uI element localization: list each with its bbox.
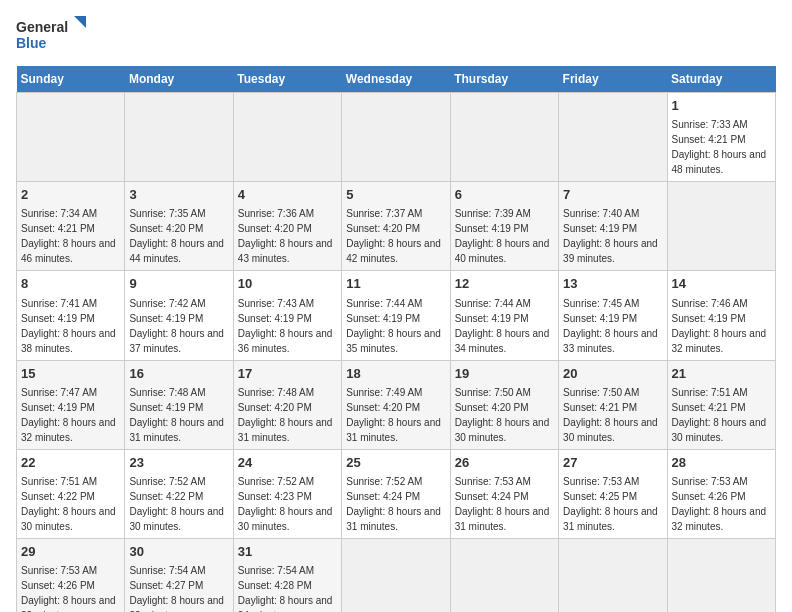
day-info: Sunrise: 7:52 AM Sunset: 4:22 PM Dayligh… (129, 476, 224, 532)
calendar-week-3: 8 Sunrise: 7:41 AM Sunset: 4:19 PM Dayli… (17, 271, 776, 360)
empty-cell (17, 93, 125, 182)
day-info: Sunrise: 7:51 AM Sunset: 4:21 PM Dayligh… (672, 387, 767, 443)
day-info: Sunrise: 7:40 AM Sunset: 4:19 PM Dayligh… (563, 208, 658, 264)
day-header-wednesday: Wednesday (342, 66, 450, 93)
day-cell-14: 14 Sunrise: 7:46 AM Sunset: 4:19 PM Dayl… (667, 271, 775, 360)
day-cell-26: 26 Sunrise: 7:53 AM Sunset: 4:24 PM Dayl… (450, 449, 558, 538)
day-info: Sunrise: 7:48 AM Sunset: 4:19 PM Dayligh… (129, 387, 224, 443)
day-info: Sunrise: 7:52 AM Sunset: 4:23 PM Dayligh… (238, 476, 333, 532)
empty-cell (342, 538, 450, 612)
day-info: Sunrise: 7:52 AM Sunset: 4:24 PM Dayligh… (346, 476, 441, 532)
day-cell-31: 31 Sunrise: 7:54 AM Sunset: 4:28 PM Dayl… (233, 538, 341, 612)
day-number: 4 (238, 186, 337, 204)
day-number: 15 (21, 365, 120, 383)
day-header-thursday: Thursday (450, 66, 558, 93)
day-cell-8: 8 Sunrise: 7:41 AM Sunset: 4:19 PM Dayli… (17, 271, 125, 360)
day-cell-22: 22 Sunrise: 7:51 AM Sunset: 4:22 PM Dayl… (17, 449, 125, 538)
day-number: 20 (563, 365, 662, 383)
day-number: 30 (129, 543, 228, 561)
logo: General Blue (16, 16, 86, 56)
day-number: 2 (21, 186, 120, 204)
empty-cell (667, 182, 775, 271)
day-info: Sunrise: 7:33 AM Sunset: 4:21 PM Dayligh… (672, 119, 767, 175)
day-info: Sunrise: 7:53 AM Sunset: 4:26 PM Dayligh… (21, 565, 116, 612)
day-header-saturday: Saturday (667, 66, 775, 93)
day-number: 24 (238, 454, 337, 472)
svg-text:General: General (16, 19, 68, 35)
svg-marker-2 (74, 16, 86, 28)
day-info: Sunrise: 7:44 AM Sunset: 4:19 PM Dayligh… (346, 298, 441, 354)
day-number: 6 (455, 186, 554, 204)
day-info: Sunrise: 7:36 AM Sunset: 4:20 PM Dayligh… (238, 208, 333, 264)
day-number: 22 (21, 454, 120, 472)
calendar-week-6: 29 Sunrise: 7:53 AM Sunset: 4:26 PM Dayl… (17, 538, 776, 612)
day-cell-20: 20 Sunrise: 7:50 AM Sunset: 4:21 PM Dayl… (559, 360, 667, 449)
day-number: 27 (563, 454, 662, 472)
day-number: 10 (238, 275, 337, 293)
empty-cell (125, 93, 233, 182)
day-cell-10: 10 Sunrise: 7:43 AM Sunset: 4:19 PM Dayl… (233, 271, 341, 360)
day-number: 29 (21, 543, 120, 561)
day-info: Sunrise: 7:39 AM Sunset: 4:19 PM Dayligh… (455, 208, 550, 264)
day-number: 11 (346, 275, 445, 293)
empty-cell (450, 93, 558, 182)
day-cell-16: 16 Sunrise: 7:48 AM Sunset: 4:19 PM Dayl… (125, 360, 233, 449)
day-header-monday: Monday (125, 66, 233, 93)
page-header: General Blue (16, 16, 776, 56)
day-cell-11: 11 Sunrise: 7:44 AM Sunset: 4:19 PM Dayl… (342, 271, 450, 360)
day-cell-9: 9 Sunrise: 7:42 AM Sunset: 4:19 PM Dayli… (125, 271, 233, 360)
empty-cell (559, 538, 667, 612)
day-cell-24: 24 Sunrise: 7:52 AM Sunset: 4:23 PM Dayl… (233, 449, 341, 538)
day-number: 31 (238, 543, 337, 561)
day-info: Sunrise: 7:46 AM Sunset: 4:19 PM Dayligh… (672, 298, 767, 354)
day-number: 5 (346, 186, 445, 204)
day-number: 17 (238, 365, 337, 383)
day-info: Sunrise: 7:42 AM Sunset: 4:19 PM Dayligh… (129, 298, 224, 354)
day-cell-4: 4 Sunrise: 7:36 AM Sunset: 4:20 PM Dayli… (233, 182, 341, 271)
day-number: 23 (129, 454, 228, 472)
day-cell-23: 23 Sunrise: 7:52 AM Sunset: 4:22 PM Dayl… (125, 449, 233, 538)
day-info: Sunrise: 7:53 AM Sunset: 4:24 PM Dayligh… (455, 476, 550, 532)
day-cell-6: 6 Sunrise: 7:39 AM Sunset: 4:19 PM Dayli… (450, 182, 558, 271)
day-number: 25 (346, 454, 445, 472)
day-info: Sunrise: 7:51 AM Sunset: 4:22 PM Dayligh… (21, 476, 116, 532)
day-cell-15: 15 Sunrise: 7:47 AM Sunset: 4:19 PM Dayl… (17, 360, 125, 449)
calendar-week-1: 1 Sunrise: 7:33 AM Sunset: 4:21 PM Dayli… (17, 93, 776, 182)
day-number: 21 (672, 365, 771, 383)
day-info: Sunrise: 7:37 AM Sunset: 4:20 PM Dayligh… (346, 208, 441, 264)
day-number: 8 (21, 275, 120, 293)
day-cell-5: 5 Sunrise: 7:37 AM Sunset: 4:20 PM Dayli… (342, 182, 450, 271)
empty-cell (667, 538, 775, 612)
day-info: Sunrise: 7:43 AM Sunset: 4:19 PM Dayligh… (238, 298, 333, 354)
day-info: Sunrise: 7:49 AM Sunset: 4:20 PM Dayligh… (346, 387, 441, 443)
day-number: 14 (672, 275, 771, 293)
day-cell-21: 21 Sunrise: 7:51 AM Sunset: 4:21 PM Dayl… (667, 360, 775, 449)
calendar-week-2: 2 Sunrise: 7:34 AM Sunset: 4:21 PM Dayli… (17, 182, 776, 271)
day-cell-2: 2 Sunrise: 7:34 AM Sunset: 4:21 PM Dayli… (17, 182, 125, 271)
day-number: 9 (129, 275, 228, 293)
day-number: 28 (672, 454, 771, 472)
day-number: 12 (455, 275, 554, 293)
day-cell-29: 29 Sunrise: 7:53 AM Sunset: 4:26 PM Dayl… (17, 538, 125, 612)
day-cell-1: 1 Sunrise: 7:33 AM Sunset: 4:21 PM Dayli… (667, 93, 775, 182)
logo-svg: General Blue (16, 16, 86, 56)
day-info: Sunrise: 7:53 AM Sunset: 4:26 PM Dayligh… (672, 476, 767, 532)
day-number: 18 (346, 365, 445, 383)
empty-cell (233, 93, 341, 182)
day-header-tuesday: Tuesday (233, 66, 341, 93)
day-cell-25: 25 Sunrise: 7:52 AM Sunset: 4:24 PM Dayl… (342, 449, 450, 538)
day-info: Sunrise: 7:44 AM Sunset: 4:19 PM Dayligh… (455, 298, 550, 354)
day-cell-19: 19 Sunrise: 7:50 AM Sunset: 4:20 PM Dayl… (450, 360, 558, 449)
empty-cell (450, 538, 558, 612)
day-info: Sunrise: 7:54 AM Sunset: 4:28 PM Dayligh… (238, 565, 333, 612)
svg-text:Blue: Blue (16, 35, 47, 51)
day-info: Sunrise: 7:41 AM Sunset: 4:19 PM Dayligh… (21, 298, 116, 354)
day-cell-3: 3 Sunrise: 7:35 AM Sunset: 4:20 PM Dayli… (125, 182, 233, 271)
day-number: 1 (672, 97, 771, 115)
day-cell-17: 17 Sunrise: 7:48 AM Sunset: 4:20 PM Dayl… (233, 360, 341, 449)
day-info: Sunrise: 7:50 AM Sunset: 4:20 PM Dayligh… (455, 387, 550, 443)
day-cell-18: 18 Sunrise: 7:49 AM Sunset: 4:20 PM Dayl… (342, 360, 450, 449)
day-number: 13 (563, 275, 662, 293)
day-cell-12: 12 Sunrise: 7:44 AM Sunset: 4:19 PM Dayl… (450, 271, 558, 360)
day-cell-7: 7 Sunrise: 7:40 AM Sunset: 4:19 PM Dayli… (559, 182, 667, 271)
